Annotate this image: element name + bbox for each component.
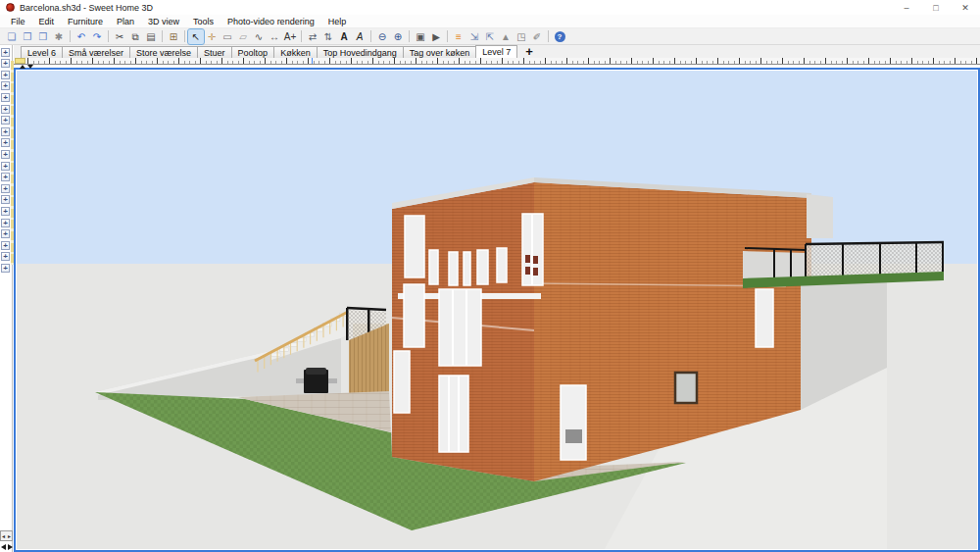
menu-file[interactable]: File (4, 15, 32, 27)
ruler-major-tick (911, 58, 912, 64)
create-video-icon[interactable]: ▶ (428, 29, 444, 44)
catalog-expand-toggle[interactable]: + (1, 207, 10, 216)
collapse-left-icon[interactable] (1, 544, 6, 550)
tab-små-værelser[interactable]: Små værelser (62, 46, 130, 58)
expand-plan-icon[interactable] (20, 65, 25, 69)
level-tabs: Level 6Små værelserStore værelseStuerPoo… (14, 45, 980, 58)
ruler-minor-tick (836, 61, 837, 64)
ruler-minor-tick (896, 61, 897, 64)
cut-icon[interactable]: ✂ (112, 29, 127, 44)
ruler-minor-tick (599, 61, 600, 64)
catalog-expand-toggle[interactable]: + (1, 81, 10, 90)
ruler-minor-tick (184, 61, 185, 64)
catalog-expand-toggle[interactable]: + (1, 150, 10, 159)
menu-plan[interactable]: Plan (110, 15, 141, 27)
ruler-corner (15, 58, 25, 64)
ruler-minor-tick (383, 61, 384, 64)
scroll-left-icon[interactable]: ◂ (2, 532, 5, 539)
maximize-button[interactable]: □ (921, 0, 951, 15)
add-furniture-icon[interactable]: ⊞ (166, 29, 181, 44)
collapse-plan-icon[interactable] (27, 65, 33, 69)
menu-3d-view[interactable]: 3D view (141, 15, 186, 27)
menu-edit[interactable]: Edit (32, 15, 62, 27)
ruler-minor-tick (405, 61, 406, 64)
ruler-major-tick (610, 58, 611, 64)
catalog-expand-toggle[interactable]: + (1, 71, 10, 79)
select-icon[interactable]: ↖ (188, 29, 204, 44)
tab-top-hovedindgang[interactable]: Top Hovedindgang (317, 46, 404, 58)
ruler-major-tick (825, 58, 826, 64)
zoom-out-icon[interactable]: ⊖ (374, 29, 390, 44)
minimize-button[interactable]: – (892, 0, 921, 15)
create-polylines-icon[interactable]: ∿ (251, 29, 267, 44)
copy-icon[interactable]: ⧉ (127, 29, 143, 44)
create-photo-icon[interactable]: ▣ (413, 29, 428, 44)
ruler-minor-tick (831, 61, 832, 64)
flip-vertically-icon[interactable]: ⇅ (320, 29, 336, 44)
furniture-catalog-collapsed: ++++++++++++++++++++ ◂ ▸ (0, 45, 13, 552)
menu-tools[interactable]: Tools (186, 15, 220, 27)
catalog-expand-toggle[interactable]: + (1, 195, 10, 204)
catalog-expand-toggle[interactable]: + (1, 184, 10, 193)
save-icon[interactable]: ❒ (35, 29, 51, 44)
undo-icon[interactable]: ↶ (74, 29, 89, 44)
new-plan-icon[interactable]: ❏ (4, 29, 20, 44)
menu-photo-video-rendering[interactable]: Photo-video rendering (220, 15, 321, 27)
catalog-expand-toggle[interactable]: + (1, 241, 10, 250)
ruler-minor-tick (497, 61, 498, 64)
tab-køkken[interactable]: Køkken (273, 46, 318, 58)
export-plan-icon[interactable]: ⇲ (466, 29, 482, 44)
catalog-expand-toggle[interactable]: + (1, 93, 10, 102)
3d-view-canvas[interactable] (17, 71, 977, 549)
title-bar[interactable]: Barcelona.sh3d - Sweet Home 3D – □ ✕ (0, 0, 980, 15)
close-button[interactable]: ✕ (951, 0, 980, 15)
catalog-expand-toggle[interactable]: + (1, 252, 10, 261)
show-terrain-icon[interactable]: ▲ (498, 29, 514, 44)
preferences-icon[interactable]: ✱ (51, 29, 67, 44)
tab-pooltop[interactable]: Pooltop (231, 46, 275, 58)
paint-texture-icon[interactable]: ✐ (529, 29, 545, 44)
create-walls-icon[interactable]: ▭ (220, 29, 235, 44)
create-dimensions-icon[interactable]: ↔ (267, 29, 282, 44)
zoom-in-icon[interactable]: ⊕ (390, 29, 406, 44)
splitter-one-touch-buttons (1, 544, 13, 550)
add-level-button[interactable]: + (522, 46, 536, 58)
catalog-expand-toggle[interactable]: + (1, 138, 10, 147)
furniture-list-icon[interactable]: ≡ (451, 29, 466, 44)
pan-icon[interactable]: ✛ (204, 29, 220, 44)
italic-icon[interactable]: A (352, 29, 368, 44)
tab-tag-over-køken[interactable]: Tag over køken (403, 46, 477, 58)
redo-icon[interactable]: ↷ (89, 29, 105, 44)
menu-furniture[interactable]: Furniture (61, 15, 110, 27)
catalog-expand-toggle[interactable]: + (1, 48, 10, 57)
tab-store-værelse[interactable]: Store værelse (129, 46, 198, 58)
ruler-major-tick (760, 58, 761, 64)
catalog-expand-toggle[interactable]: + (1, 127, 10, 136)
tab-level-7[interactable]: Level 7 (475, 45, 517, 58)
catalog-expand-toggle[interactable]: + (1, 162, 10, 171)
import-furniture-icon[interactable]: ⇱ (482, 29, 498, 44)
flip-horizontally-icon[interactable]: ⇄ (305, 29, 320, 44)
tab-stuer[interactable]: Stuer (197, 46, 232, 58)
catalog-expand-toggle[interactable]: + (1, 173, 10, 181)
create-rooms-icon[interactable]: ▱ (235, 29, 251, 44)
catalog-expand-toggle[interactable]: + (1, 105, 10, 114)
bold-icon[interactable]: A (336, 29, 352, 44)
background-image-icon[interactable]: ◳ (514, 29, 529, 44)
catalog-expand-toggle[interactable]: + (1, 116, 10, 125)
add-texts-icon[interactable]: A+ (282, 29, 298, 44)
catalog-horizontal-scrollbar[interactable]: ◂ ▸ (0, 530, 13, 541)
open-icon[interactable]: ❐ (20, 29, 35, 44)
tab-level-6[interactable]: Level 6 (21, 46, 63, 58)
expand-right-icon[interactable] (8, 544, 13, 550)
catalog-expand-toggle[interactable]: + (1, 229, 10, 238)
paste-icon[interactable]: ▤ (143, 29, 159, 44)
ruler-minor-tick (642, 61, 643, 64)
menu-help[interactable]: Help (321, 15, 354, 27)
catalog-expand-toggle[interactable]: + (1, 264, 10, 273)
help-icon[interactable]: ? (552, 29, 567, 44)
catalog-expand-toggle[interactable]: + (1, 219, 10, 227)
scroll-right-icon[interactable]: ▸ (8, 532, 11, 539)
catalog-expand-toggle[interactable]: + (1, 59, 10, 68)
ruler-minor-tick (66, 61, 67, 64)
